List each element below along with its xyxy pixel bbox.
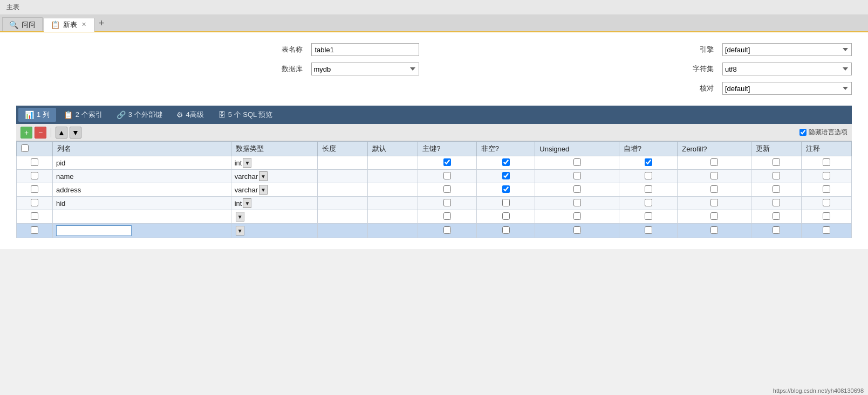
row-select-cell[interactable]: [17, 170, 53, 183]
primary-key-cell-checkbox[interactable]: [443, 158, 451, 166]
comment-cell[interactable]: [801, 210, 851, 224]
add-row-button[interactable]: +: [20, 127, 32, 138]
tab-new-table[interactable]: 📋 新表 ✕: [44, 18, 94, 32]
update-cell[interactable]: [751, 156, 802, 170]
auto-increment-cell[interactable]: [619, 210, 678, 224]
not-null-cell-checkbox[interactable]: [502, 158, 510, 166]
update-cell[interactable]: [751, 210, 802, 224]
primary-key-cell-checkbox[interactable]: [443, 185, 451, 193]
auto-increment-cell-checkbox[interactable]: [645, 185, 652, 193]
primary-key-cell[interactable]: [418, 170, 477, 183]
zerofill-cell-checkbox[interactable]: [710, 226, 718, 234]
update-cell[interactable]: [751, 224, 802, 238]
unsigned-cell-checkbox[interactable]: [573, 185, 581, 193]
auto-increment-cell[interactable]: [619, 156, 678, 170]
zerofill-cell[interactable]: [678, 197, 751, 210]
type-dropdown-arrow[interactable]: ▼: [236, 226, 244, 235]
move-down-button[interactable]: ▼: [70, 127, 81, 138]
type-dropdown-arrow[interactable]: ▼: [259, 185, 268, 195]
zerofill-cell-checkbox[interactable]: [710, 199, 718, 206]
comment-cell-checkbox[interactable]: [823, 158, 830, 166]
col-name-input[interactable]: [56, 225, 132, 236]
col-name-cell[interactable]: [52, 210, 231, 224]
auto-increment-cell-checkbox[interactable]: [645, 212, 652, 220]
length-cell[interactable]: [318, 170, 368, 183]
col-name-cell[interactable]: address: [52, 183, 231, 197]
section-tab-advanced[interactable]: ⚙ 4高级: [170, 108, 210, 122]
comment-cell[interactable]: [801, 197, 851, 210]
primary-key-cell-checkbox[interactable]: [443, 212, 451, 220]
length-cell[interactable]: [318, 197, 368, 210]
length-cell[interactable]: [318, 156, 368, 170]
not-null-cell-checkbox[interactable]: [502, 212, 510, 220]
row-select-cell[interactable]: [17, 210, 53, 224]
col-name-cell[interactable]: name: [52, 170, 231, 183]
primary-key-cell[interactable]: [418, 210, 477, 224]
not-null-cell[interactable]: [476, 156, 535, 170]
row-checkbox[interactable]: [31, 212, 38, 220]
data-type-cell[interactable]: int▼: [231, 197, 318, 210]
col-name-cell[interactable]: hid: [52, 197, 231, 210]
not-null-cell-checkbox[interactable]: [502, 185, 510, 193]
primary-key-cell[interactable]: [418, 156, 477, 170]
auto-increment-cell[interactable]: [619, 170, 678, 183]
zerofill-cell[interactable]: [678, 156, 751, 170]
zerofill-cell[interactable]: [678, 210, 751, 224]
not-null-cell[interactable]: [476, 183, 535, 197]
primary-key-cell[interactable]: [418, 183, 477, 197]
type-dropdown-arrow[interactable]: ▼: [259, 171, 268, 181]
comment-cell-checkbox[interactable]: [823, 185, 830, 193]
primary-key-cell-checkbox[interactable]: [443, 226, 451, 234]
comment-cell[interactable]: [801, 224, 851, 238]
unsigned-cell[interactable]: [535, 197, 619, 210]
type-dropdown-arrow[interactable]: ▼: [236, 212, 244, 221]
row-select-cell[interactable]: [17, 224, 53, 238]
length-cell[interactable]: [318, 210, 368, 224]
zerofill-cell-checkbox[interactable]: [710, 212, 718, 220]
update-cell-checkbox[interactable]: [773, 226, 780, 234]
unsigned-cell-checkbox[interactable]: [573, 212, 581, 220]
remove-row-button[interactable]: −: [35, 127, 46, 138]
default-cell[interactable]: [368, 183, 418, 197]
row-select-cell[interactable]: [17, 156, 53, 170]
data-type-cell[interactable]: varchar▼: [231, 183, 318, 197]
auto-increment-cell[interactable]: [619, 183, 678, 197]
charset-select[interactable]: utf8: [722, 63, 852, 75]
default-cell[interactable]: [368, 224, 418, 238]
comment-cell[interactable]: [801, 156, 851, 170]
not-null-cell-checkbox[interactable]: [502, 226, 510, 234]
unsigned-cell-checkbox[interactable]: [573, 158, 581, 166]
auto-increment-cell[interactable]: [619, 197, 678, 210]
not-null-cell[interactable]: [476, 197, 535, 210]
comment-cell-checkbox[interactable]: [823, 226, 830, 234]
update-cell-checkbox[interactable]: [773, 199, 780, 206]
comment-cell-checkbox[interactable]: [823, 212, 830, 220]
default-cell[interactable]: [368, 210, 418, 224]
primary-key-cell-checkbox[interactable]: [443, 199, 451, 206]
default-cell[interactable]: [368, 156, 418, 170]
row-checkbox[interactable]: [31, 199, 38, 206]
unsigned-cell-checkbox[interactable]: [573, 172, 581, 179]
auto-increment-cell-checkbox[interactable]: [645, 199, 652, 206]
move-up-button[interactable]: ▲: [56, 127, 67, 138]
primary-key-cell[interactable]: [418, 224, 477, 238]
data-type-cell[interactable]: varchar▼: [231, 170, 318, 183]
unsigned-cell[interactable]: [535, 224, 619, 238]
unsigned-cell[interactable]: [535, 183, 619, 197]
zerofill-cell-checkbox[interactable]: [710, 158, 718, 166]
comment-cell-checkbox[interactable]: [823, 199, 830, 206]
section-tab-sql-preview[interactable]: 🗄 5 个 SQL 预览: [211, 108, 279, 122]
col-name-cell[interactable]: pid: [52, 156, 231, 170]
section-tab-foreign-keys[interactable]: 🔗 3 个外部键: [110, 108, 169, 122]
type-dropdown-arrow[interactable]: ▼: [243, 158, 251, 168]
update-cell-checkbox[interactable]: [773, 172, 780, 179]
data-type-cell[interactable]: int▼: [231, 156, 318, 170]
not-null-cell-checkbox[interactable]: [502, 172, 510, 179]
not-null-cell-checkbox[interactable]: [502, 199, 510, 206]
unsigned-cell-checkbox[interactable]: [573, 226, 581, 234]
data-type-cell[interactable]: ▼: [231, 210, 318, 224]
unsigned-cell[interactable]: [535, 170, 619, 183]
type-dropdown-arrow[interactable]: ▼: [243, 198, 251, 208]
comment-cell[interactable]: [801, 183, 851, 197]
unsigned-cell[interactable]: [535, 210, 619, 224]
